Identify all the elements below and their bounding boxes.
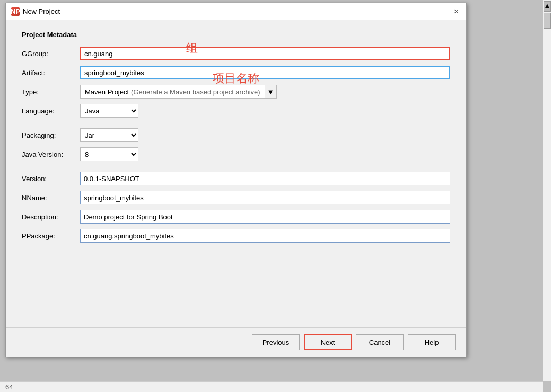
type-row: Type: Maven Project (Generate a Maven ba… <box>22 84 450 99</box>
name-row: NName: <box>22 190 450 205</box>
type-container: Maven Project (Generate a Maven based pr… <box>80 85 277 99</box>
group-input[interactable] <box>80 47 450 60</box>
help-button[interactable]: Help <box>408 334 456 350</box>
new-project-dialog: NP New Project × 组 项目名称 Project Metadata… <box>5 3 467 357</box>
type-label: Type: <box>22 88 80 96</box>
description-row: Description: <box>22 209 450 224</box>
package-label: PPackage: <box>22 232 80 240</box>
version-input[interactable] <box>80 172 450 185</box>
java-version-select[interactable]: 8 <box>80 147 138 161</box>
previous-button[interactable]: Previous <box>252 334 300 350</box>
close-button[interactable]: × <box>452 6 461 17</box>
group-row: GGroup: <box>22 46 450 61</box>
packaging-row: Packaging: Jar <box>22 128 450 142</box>
artifact-label: Artifact: <box>22 69 80 77</box>
scrollbar-up-arrow[interactable]: ▲ <box>544 1 551 12</box>
annotation-artifact: 项目名称 <box>213 70 259 86</box>
line-number: 64 <box>5 383 13 391</box>
java-version-row: Java Version: 8 <box>22 147 450 162</box>
group-label: GGroup: <box>22 50 80 58</box>
dialog-footer: Previous Next Cancel Help <box>6 327 466 357</box>
language-select[interactable]: Java <box>80 104 138 118</box>
language-label: Language: <box>22 107 80 115</box>
packaging-label: Packaging: <box>22 131 80 139</box>
title-bar-left: NP New Project <box>11 7 60 16</box>
app-icon: NP <box>11 7 20 16</box>
name-input[interactable] <box>80 191 450 204</box>
artifact-input[interactable] <box>80 66 450 79</box>
package-row: PPackage: <box>22 228 450 243</box>
version-label: Version: <box>22 175 80 183</box>
scrollbar-thumb[interactable] <box>544 13 551 29</box>
package-input[interactable] <box>80 229 450 243</box>
language-row: Language: Java <box>22 103 450 118</box>
name-label: NName: <box>22 194 80 202</box>
description-input[interactable] <box>80 210 450 224</box>
next-button[interactable]: Next <box>304 334 352 350</box>
dialog-content: 组 项目名称 Project Metadata GGroup: Artifact… <box>6 20 466 327</box>
cancel-button[interactable]: Cancel <box>356 334 404 350</box>
type-value-text: Maven Project (Generate a Maven based pr… <box>80 85 265 99</box>
window-title: New Project <box>23 7 60 15</box>
scrollbar[interactable]: ▲ <box>543 0 551 381</box>
type-chevron-icon[interactable]: ▼ <box>265 85 277 99</box>
packaging-select[interactable]: Jar <box>80 128 138 142</box>
bottom-status-bar: 64 <box>0 381 543 392</box>
java-version-label: Java Version: <box>22 150 80 158</box>
version-row: Version: <box>22 171 450 186</box>
section-title: Project Metadata <box>22 31 450 39</box>
annotation-group: 组 <box>186 40 198 56</box>
description-label: Description: <box>22 213 80 221</box>
title-bar: NP New Project × <box>6 3 466 20</box>
